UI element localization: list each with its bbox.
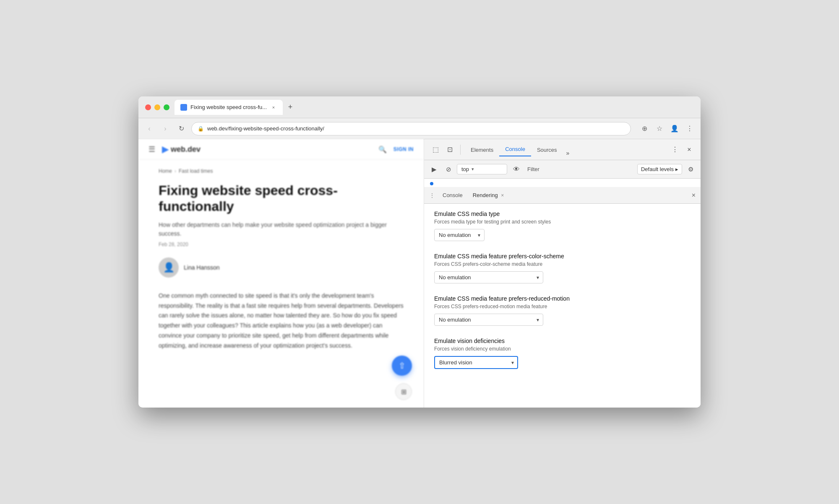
tab-title: Fixing website speed cross-fu...: [190, 104, 267, 110]
sub-panel-header: ⋮ Console Rendering × ×: [424, 187, 701, 204]
address-bar: ‹ › ↻ 🔒 web.dev/fixing-website-speed-cro…: [138, 118, 701, 139]
devtools-right-icons: ⋮ ×: [669, 143, 696, 156]
close-button[interactable]: [145, 104, 151, 110]
bookmark-button[interactable]: ☆: [654, 123, 665, 135]
vision-desc: Forces vision deficiency emulation: [434, 346, 690, 352]
translate-fab-button[interactable]: ⊞: [395, 383, 412, 400]
new-tab-button[interactable]: +: [284, 101, 296, 113]
sub-panel-tabs: Console Rendering ×: [438, 190, 508, 200]
color-scheme-title: Emulate CSS media feature prefers-color-…: [434, 253, 690, 260]
devtools-tabs: Elements Console Sources »: [465, 143, 667, 156]
author-name: Lina Hansson: [184, 264, 220, 271]
vision-title: Emulate vision deficiencies: [434, 338, 690, 344]
maximize-button[interactable]: [164, 104, 169, 110]
rendering-content: Emulate CSS media type Forces media type…: [424, 204, 701, 387]
css-media-type-select-wrapper: No emulation print screen: [434, 229, 485, 241]
sign-in-button[interactable]: SIGN IN: [393, 146, 414, 152]
lock-icon: 🔒: [198, 126, 204, 132]
devtools-toolbar2: ▶ ⊘ top ▾ 👁 Filter Default levels ▸ ⚙: [424, 160, 701, 179]
tab-close-button[interactable]: ×: [270, 104, 277, 111]
back-button[interactable]: ‹: [143, 123, 155, 135]
url-bar[interactable]: 🔒 web.dev/fixing-website-speed-cross-fun…: [191, 122, 631, 135]
color-scheme-select-wrapper: No emulation prefers-color-scheme: dark …: [434, 271, 543, 283]
default-levels-button[interactable]: Default levels ▸: [637, 164, 682, 174]
reduced-motion-select[interactable]: No emulation prefers-reduced-motion: red…: [434, 314, 543, 326]
color-scheme-desc: Forces CSS prefers-color-scheme media fe…: [434, 261, 690, 267]
eye-button[interactable]: 👁: [510, 163, 523, 176]
context-dropdown-arrow: ▾: [472, 166, 474, 172]
refresh-button[interactable]: ↻: [175, 123, 187, 135]
globe-icon-button[interactable]: ⊕: [638, 123, 650, 135]
play-button[interactable]: ▶: [428, 164, 440, 175]
sub-tab-console[interactable]: Console: [438, 190, 467, 200]
address-right-icons: ⊕ ☆ 👤 ⋮: [638, 123, 696, 135]
close-sub-panel[interactable]: ×: [692, 192, 696, 199]
forward-button[interactable]: ›: [159, 123, 171, 135]
css-media-type-desc: Forces media type for testing print and …: [434, 219, 690, 225]
logo-text: web.dev: [171, 145, 201, 154]
tab-console[interactable]: Console: [499, 143, 531, 156]
tab-sources[interactable]: Sources: [531, 143, 563, 156]
css-media-type-select[interactable]: No emulation print screen: [434, 229, 485, 241]
block-button[interactable]: ⊘: [443, 164, 454, 175]
article-subtitle: How other departments can help make your…: [159, 221, 404, 238]
breadcrumb: Home › Fast load times: [159, 168, 404, 174]
author-avatar: 👤: [159, 257, 179, 278]
share-fab-button[interactable]: ⇧: [392, 356, 412, 376]
filter-label: Filter: [527, 166, 539, 172]
traffic-lights: [145, 104, 169, 110]
reduced-motion-select-wrapper: No emulation prefers-reduced-motion: red…: [434, 314, 543, 326]
context-selector[interactable]: top ▾: [457, 164, 507, 174]
close-devtools-button[interactable]: ×: [683, 143, 696, 156]
reduced-motion-desc: Forces CSS prefers-reduced-motion media …: [434, 304, 690, 309]
webpage-navbar: ☰ ▶ web.dev 🔍 SIGN IN: [138, 139, 424, 160]
render-section-reduced-motion: Emulate CSS media feature prefers-reduce…: [434, 295, 690, 326]
default-levels-label: Default levels: [641, 166, 674, 172]
nav-right: 🔍 SIGN IN: [378, 145, 414, 153]
tab-elements[interactable]: Elements: [465, 143, 499, 156]
browser-more-button[interactable]: ⋮: [684, 123, 696, 135]
logo-icon: ▶: [162, 144, 168, 154]
search-icon[interactable]: 🔍: [378, 145, 387, 153]
devtools-panel: ⬚ ⊡ Elements Console Sources » ⋮: [424, 139, 701, 408]
hamburger-icon[interactable]: ☰: [149, 145, 155, 154]
default-levels-arrow: ▸: [675, 166, 678, 172]
devtools-content: ⋮ Console Rendering × ×: [424, 179, 701, 408]
vision-select-wrapper: No emulation Blurred vision Protanopia D…: [434, 356, 518, 369]
breadcrumb-home[interactable]: Home: [159, 168, 172, 174]
author-row: 👤 Lina Hansson: [159, 257, 404, 278]
render-section-vision: Emulate vision deficiencies Forces visio…: [434, 338, 690, 369]
profile-button[interactable]: 👤: [669, 123, 680, 135]
devtools-toolbar: ⬚ ⊡ Elements Console Sources » ⋮: [424, 139, 701, 160]
toolbar-separator: [460, 145, 461, 155]
element-picker-button[interactable]: ⬚: [429, 143, 442, 156]
breadcrumb-separator: ›: [175, 168, 176, 174]
more-options-button[interactable]: ⋮: [669, 143, 681, 156]
webpage-panel: ☰ ▶ web.dev 🔍 SIGN IN Home › Fast load t…: [138, 139, 424, 408]
vision-select[interactable]: No emulation Blurred vision Protanopia D…: [434, 356, 518, 369]
more-tabs-button[interactable]: »: [563, 150, 573, 156]
css-media-type-title: Emulate CSS media type: [434, 210, 690, 217]
minimize-button[interactable]: [154, 104, 160, 110]
sub-tab-rendering[interactable]: Rendering ×: [469, 190, 508, 200]
main-area: ☰ ▶ web.dev 🔍 SIGN IN Home › Fast load t…: [138, 139, 701, 408]
drag-handle[interactable]: ⋮: [429, 192, 435, 199]
url-text: web.dev/fixing-website-speed-cross-funct…: [207, 125, 324, 132]
active-tab[interactable]: Fixing website speed cross-fu... ×: [175, 100, 283, 115]
title-bar: Fixing website speed cross-fu... × +: [138, 96, 701, 118]
filter-input[interactable]: [542, 166, 635, 172]
context-label: top: [461, 166, 469, 172]
reduced-motion-title: Emulate CSS media feature prefers-reduce…: [434, 295, 690, 302]
article-content: Home › Fast load times Fixing website sp…: [138, 160, 424, 359]
close-rendering-tab[interactable]: ×: [501, 192, 504, 198]
tab-favicon: [180, 104, 187, 111]
color-scheme-select[interactable]: No emulation prefers-color-scheme: dark …: [434, 271, 543, 283]
tab-bar: Fixing website speed cross-fu... × +: [175, 100, 694, 115]
breadcrumb-section[interactable]: Fast load times: [179, 168, 213, 174]
device-mode-button[interactable]: ⊡: [443, 143, 456, 156]
settings-button[interactable]: ⚙: [685, 164, 696, 175]
site-logo[interactable]: ▶ web.dev: [162, 144, 201, 154]
render-section-css-media-type: Emulate CSS media type Forces media type…: [434, 210, 690, 241]
article-title: Fixing website speed cross-functionally: [159, 182, 404, 215]
browser-window: Fixing website speed cross-fu... × + ‹ ›…: [138, 96, 701, 408]
